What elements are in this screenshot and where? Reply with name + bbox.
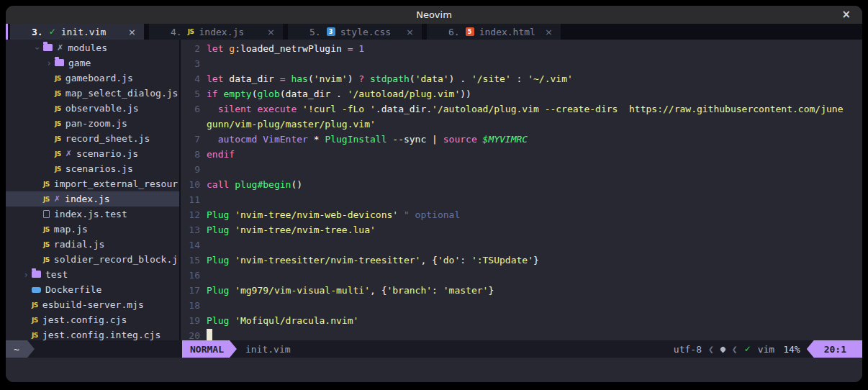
code-text: let data_dir = has('nvim') ? stdpath('da…: [207, 71, 862, 86]
code-line-19[interactable]: 19Plug 'Mofiqul/dracula.nvim': [181, 313, 862, 328]
command-line-area[interactable]: [6, 358, 862, 382]
line-number: 8: [181, 147, 207, 162]
line-number: 6: [181, 101, 207, 117]
code-line-7[interactable]: 7 autocmd VimEnter * PlugInstall --sync …: [181, 132, 862, 147]
cursor-position: 20:1: [807, 340, 862, 358]
line-number: 12: [181, 207, 207, 222]
tree-item-soldier_record_block.j[interactable]: JSsoldier_record_block.j: [6, 252, 179, 267]
tree-item-test[interactable]: ›test: [6, 267, 179, 282]
tree-item-label: game: [68, 58, 91, 68]
code-editor[interactable]: 2let g:loaded_netrwPlugin = 134let data_…: [181, 40, 862, 340]
tree-item-map_select_dialog.js[interactable]: JSmap_select_dialog.js: [6, 86, 179, 101]
tree-item-observable.js[interactable]: JSobservable.js: [6, 101, 179, 116]
separator-icon: ❮: [708, 344, 714, 355]
tree-item-game[interactable]: ›game: [6, 55, 179, 71]
tree-item-index.js[interactable]: JS✗index.js: [6, 191, 179, 207]
tree-item-pan-zoom.js[interactable]: JSpan-zoom.js: [6, 116, 179, 131]
code-line-wrap[interactable]: gunn/vim-plug/master/plug.vim': [181, 117, 862, 132]
chevron-right-icon[interactable]: ›: [43, 58, 55, 68]
line-number: 19: [181, 313, 207, 328]
chevron-right-icon[interactable]: ›: [20, 270, 32, 280]
tree-item-radial.js[interactable]: JSradial.js: [6, 237, 179, 252]
code-line-14[interactable]: 14: [181, 237, 862, 253]
code-line-13[interactable]: 13Plug 'nvim-tree/nvim-tree.lua': [181, 222, 862, 237]
css-file-icon: 3: [327, 27, 335, 36]
code-text: Plug 'Mofiqul/dracula.nvim': [207, 313, 862, 328]
code-text: [207, 298, 862, 313]
code-line-15[interactable]: 15Plug 'nvim-treesitter/nvim-treesitter'…: [181, 253, 862, 268]
tree-item-import_external_resour[interactable]: JSimport_external_resour: [6, 176, 179, 191]
tree-item-label: esbuild-server.mjs: [42, 299, 144, 310]
code-line-5[interactable]: 5if empty(glob(data_dir . '/autoload/plu…: [181, 86, 862, 101]
tab-close-icon[interactable]: ×: [267, 27, 275, 37]
tree-item-jest.config.cjs[interactable]: JSjest.config.cjs: [6, 312, 179, 327]
line-number: 11: [181, 192, 207, 207]
line-number: 14: [181, 237, 207, 253]
code-text: [207, 328, 862, 340]
window-title: Neovim: [6, 6, 862, 24]
tab-list: 3.✓init.vim×4.JSindex.js×5.3style.css×6.…: [8, 24, 561, 40]
tree-item-record_sheet.js[interactable]: JSrecord_sheet.js: [6, 131, 179, 146]
tree-item-label: Dockerfile: [45, 284, 101, 295]
code-line-8[interactable]: 8endif: [181, 147, 862, 162]
folder-icon: [55, 60, 64, 66]
tab-close-icon[interactable]: ×: [406, 27, 414, 37]
tab-number: 5.: [309, 27, 321, 37]
tree-item-label: scenarios.js: [65, 163, 133, 174]
git-changed-icon: ✗: [65, 149, 72, 158]
tab-bar: 3.✓init.vim×4.JSindex.js×5.3style.css×6.…: [6, 24, 862, 40]
tab-index.html[interactable]: 6.5index.html×: [427, 24, 561, 40]
javascript-file-icon: JS: [55, 135, 61, 142]
separator-icon: ❮: [732, 344, 738, 355]
code-line-4[interactable]: 4let data_dir = has('nvim') ? stdpath('d…: [181, 71, 862, 86]
javascript-file-icon: JS: [43, 256, 50, 263]
code-line-6[interactable]: 6 silent execute '!curl -fLo '.data_dir.…: [181, 101, 862, 117]
code-line-17[interactable]: 17Plug 'mg979/vim-visual-multi', {'branc…: [181, 283, 862, 298]
code-text: [207, 268, 862, 283]
javascript-file-icon: JS: [43, 196, 50, 203]
tree-item-gameboard.js[interactable]: JSgameboard.js: [6, 71, 179, 86]
window-close-icon[interactable]: ×: [841, 6, 851, 24]
tree-item-scenario.js[interactable]: JS✗scenario.js: [6, 146, 179, 161]
code-line-12[interactable]: 12Plug 'nvim-tree/nvim-web-devicons' " o…: [181, 207, 862, 222]
javascript-file-icon: JS: [43, 226, 50, 233]
javascript-file-icon: JS: [188, 28, 194, 35]
folder-icon: [43, 45, 53, 51]
tab-init.vim[interactable]: 3.✓init.vim×: [10, 24, 144, 40]
tab-number: 6.: [448, 27, 460, 37]
javascript-file-icon: JS: [32, 301, 38, 309]
code-line-3[interactable]: 3: [181, 56, 862, 71]
javascript-file-icon: JS: [55, 90, 61, 97]
tab-close-icon[interactable]: ×: [128, 27, 136, 37]
tab-index.js[interactable]: 4.JSindex.js×: [149, 24, 283, 40]
tab-close-icon[interactable]: ×: [545, 27, 553, 37]
mode-indicator: NORMAL: [182, 340, 237, 358]
statusline-filename: init.vim: [245, 340, 291, 358]
tree-item-Dockerfile[interactable]: Dockerfile: [6, 282, 179, 297]
main-content: ›✗modules›gameJSgameboard.jsJSmap_select…: [6, 40, 862, 340]
code-line-20[interactable]: 20: [181, 328, 862, 340]
tab-number: 4.: [171, 27, 182, 37]
code-line-16[interactable]: 16: [181, 268, 862, 283]
tree-item-label: test: [45, 269, 68, 280]
code-line-9[interactable]: 9: [181, 162, 862, 177]
javascript-file-icon: JS: [32, 332, 38, 339]
code-line-10[interactable]: 10call plug#begin(): [181, 177, 862, 192]
chevron-down-icon[interactable]: ›: [32, 43, 43, 53]
tab-style.css[interactable]: 5.3style.css×: [288, 24, 422, 40]
tree-item-jest.config.integ.cjs[interactable]: JSjest.config.integ.cjs: [6, 327, 179, 340]
tree-item-map.js[interactable]: JSmap.js: [6, 222, 179, 237]
title-bar: Neovim ×: [6, 6, 862, 24]
tree-item-label: modules: [68, 42, 107, 53]
fileformat-icon: [719, 345, 726, 353]
tree-item-index.js.test[interactable]: index.js.test: [6, 207, 179, 222]
line-number: 15: [181, 253, 207, 268]
code-line-18[interactable]: 18: [181, 298, 862, 313]
tree-item-modules[interactable]: ›✗modules: [6, 40, 179, 55]
code-line-2[interactable]: 2let g:loaded_netrwPlugin = 1: [181, 41, 862, 56]
code-line-11[interactable]: 11: [181, 192, 862, 207]
tree-item-scenarios.js[interactable]: JSscenarios.js: [6, 161, 179, 176]
tree-item-esbuild-server.mjs[interactable]: JSesbuild-server.mjs: [6, 297, 179, 312]
tree-item-label: map.js: [54, 224, 88, 235]
code-text: [207, 162, 862, 177]
